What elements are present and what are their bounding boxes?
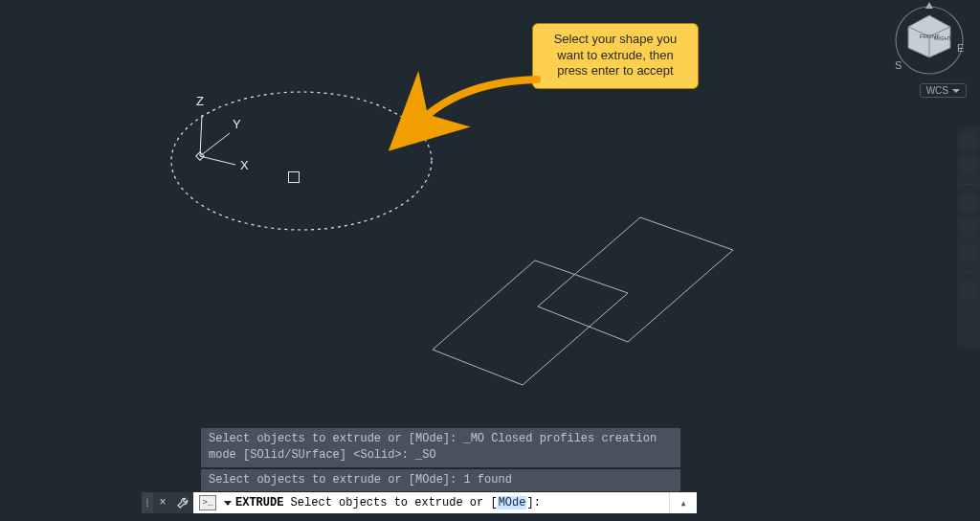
nav-tool-5[interactable] <box>960 244 977 261</box>
command-prompt-text: EXTRUDE Select objects to extrude or [MO… <box>235 496 541 510</box>
instruction-callout-text: Select your shape you want to extrude, t… <box>532 23 699 89</box>
command-history-expand-button[interactable]: ▴ <box>669 492 697 513</box>
command-option-mode[interactable]: MOde <box>498 496 527 510</box>
nav-tool-4[interactable] <box>960 219 977 237</box>
ucs-x-label: X <box>240 158 249 172</box>
command-line-drag-handle[interactable]: ⁞ <box>142 492 153 513</box>
nav-tool-3[interactable] <box>960 194 977 212</box>
wcs-label: WCS <box>926 85 948 96</box>
chevron-down-icon <box>952 89 960 93</box>
viewcube-e-label: E <box>957 42 964 54</box>
ucs-z-label: Z <box>196 94 204 108</box>
svg-marker-3 <box>538 217 733 342</box>
recent-commands-dropdown-icon[interactable] <box>224 501 232 506</box>
ucs-y-label: Y <box>233 117 241 131</box>
nav-tool-2[interactable] <box>960 157 977 174</box>
nav-tool-1[interactable] <box>960 132 977 149</box>
wcs-dropdown[interactable]: WCS <box>920 83 967 98</box>
view-cube[interactable]: FRONT RIGHT S E <box>886 0 972 77</box>
wrench-icon <box>176 496 189 510</box>
pick-cursor <box>288 171 300 183</box>
console-icon: >_ <box>199 495 216 510</box>
viewcube-right-label: RIGHT <box>934 35 952 41</box>
command-input[interactable]: >_ EXTRUDE Select objects to extrude or … <box>193 492 669 513</box>
command-line-close-button[interactable]: × <box>153 492 172 513</box>
viewcube-s-label: S <box>895 59 902 71</box>
navigation-bar[interactable] <box>957 126 980 349</box>
viewcube-north-arrow-icon[interactable] <box>925 2 933 9</box>
command-history-line: Select objects to extrude or [MOde]: 1 f… <box>201 469 680 491</box>
callout-arrow-icon <box>411 77 554 134</box>
command-line-customize-button[interactable] <box>172 492 193 513</box>
command-history-line: Select objects to extrude or [MOde]: _MO… <box>201 428 680 467</box>
shape-quad-right[interactable] <box>532 216 743 351</box>
model-space-viewport[interactable]: X Y Z Select your shape you want to extr… <box>0 0 980 521</box>
command-history[interactable]: Select objects to extrude or [MOde]: _MO… <box>201 428 680 491</box>
nav-tool-6[interactable] <box>960 282 977 299</box>
instruction-callout: Select your shape you want to extrude, t… <box>532 23 699 89</box>
command-line[interactable]: ⁞ × >_ EXTRUDE Select objects to extrude… <box>142 492 697 513</box>
ucs-icon: X Y Z <box>188 94 283 180</box>
